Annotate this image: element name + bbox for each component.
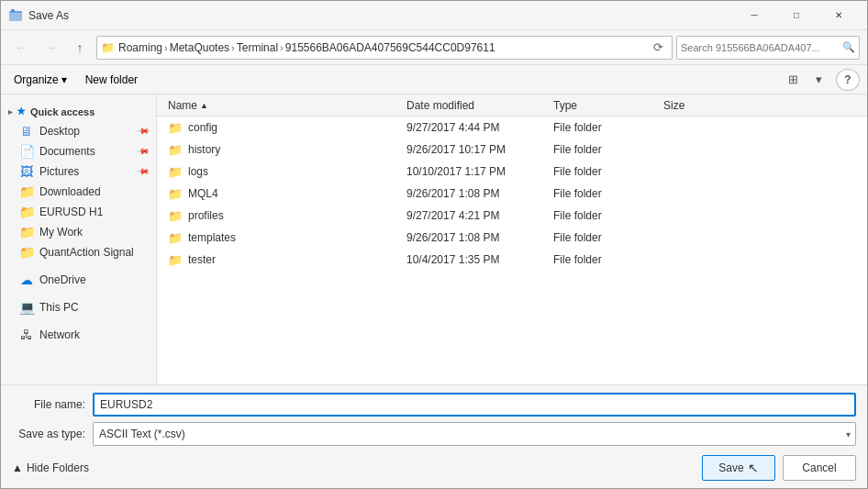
quick-access-label: Quick access	[30, 106, 95, 117]
sidebar-item-quantaction[interactable]: 📁 QuantAction Signal	[1, 242, 156, 262]
onedrive-icon: ☁	[19, 272, 34, 287]
back-button[interactable]: ←	[8, 36, 34, 60]
refresh-button[interactable]: ⟳	[648, 38, 668, 58]
sidebar-item-mywork[interactable]: 📁 My Work	[1, 222, 156, 242]
table-row[interactable]: 📁 logs 10/10/2017 1:17 PM File folder	[157, 161, 867, 183]
col-header-date[interactable]: Date modified	[403, 94, 550, 116]
col-name-label: Name	[168, 99, 197, 112]
organize-chevron-icon: ▾	[61, 73, 67, 86]
saveastype-row: Save as type: ASCII Text (*.csv) CSV (*.…	[12, 422, 856, 446]
sidebar-separator-3	[1, 317, 156, 325]
sidebar-separator-2	[1, 290, 156, 297]
folder-icon: 📁	[168, 209, 183, 223]
sidebar-item-pictures[interactable]: 🖼 Pictures 📌	[1, 161, 156, 182]
folder-icon: 📁	[168, 165, 183, 179]
view-dropdown-button[interactable]: ▾	[807, 69, 830, 91]
breadcrumb-guid: 915566BA06ADA407569C544CC0D97611	[285, 41, 495, 54]
breadcrumb-terminal: Terminal	[237, 41, 278, 54]
file-type-cell: File folder	[550, 253, 660, 266]
sidebar-documents-label: Documents	[39, 145, 95, 158]
breadcrumb-metaquotes: MetaQuotes	[170, 41, 229, 54]
sidebar-item-downloaded[interactable]: 📁 Downloaded	[1, 182, 156, 202]
forward-button[interactable]: →	[38, 36, 63, 60]
file-type-cell: File folder	[550, 143, 660, 156]
file-date-cell: 10/10/2017 1:17 PM	[403, 165, 550, 178]
col-header-size[interactable]: Size	[660, 94, 733, 116]
sidebar-pictures-label: Pictures	[39, 165, 79, 178]
cancel-button[interactable]: Cancel	[783, 455, 856, 481]
sidebar-item-desktop[interactable]: 🖥 Desktop 📌	[1, 121, 156, 141]
save-label: Save	[718, 461, 743, 474]
new-folder-button[interactable]: New folder	[80, 69, 143, 91]
saveastype-wrapper: ASCII Text (*.csv) CSV (*.csv) All Files…	[93, 422, 856, 446]
table-row[interactable]: 📁 config 9/27/2017 4:44 PM File folder	[157, 117, 867, 139]
hide-folders-link[interactable]: ▲ Hide Folders	[12, 458, 89, 474]
sidebar-item-documents[interactable]: 📄 Documents 📌	[1, 141, 156, 161]
table-row[interactable]: 📁 tester 10/4/2017 1:35 PM File folder	[157, 249, 867, 271]
filename-input[interactable]	[93, 393, 856, 417]
saveastype-select[interactable]: ASCII Text (*.csv) CSV (*.csv) All Files…	[93, 422, 856, 446]
sidebar-separator-1	[1, 262, 156, 270]
sidebar-downloaded-label: Downloaded	[39, 185, 101, 198]
table-row[interactable]: 📁 templates 9/26/2017 1:08 PM File folde…	[157, 227, 867, 249]
hide-folders-chevron-icon: ▲	[12, 461, 23, 474]
table-row[interactable]: 📁 profiles 9/27/2017 4:21 PM File folder	[157, 205, 867, 227]
search-icon: 🔍	[842, 41, 855, 53]
sidebar-quantaction-label: QuantAction Signal	[39, 246, 134, 259]
sidebar-item-onedrive[interactable]: ☁ OneDrive	[1, 270, 156, 290]
view-controls: ⊞ ▾ ?	[781, 69, 860, 91]
view-toggle-button[interactable]: ⊞	[781, 69, 805, 91]
folder-icon: 📁	[168, 253, 183, 267]
breadcrumb: 📁 Roaming › MetaQuotes › Terminal › 9155…	[101, 41, 648, 54]
table-row[interactable]: 📁 MQL4 9/26/2017 1:08 PM File folder	[157, 183, 867, 205]
search-box[interactable]: 🔍	[676, 36, 860, 60]
file-name-cell: logs	[188, 165, 208, 178]
sidebar-item-thispc[interactable]: 💻 This PC	[1, 297, 156, 317]
downloaded-icon: 📁	[19, 184, 34, 199]
file-name-cell: tester	[188, 253, 216, 266]
col-header-type[interactable]: Type	[550, 94, 660, 116]
window-controls: ─ □ ✕	[733, 1, 860, 30]
svg-rect-1	[9, 13, 22, 21]
file-name-cell: templates	[188, 231, 236, 244]
organize-button[interactable]: Organize ▾	[8, 69, 72, 91]
col-header-name[interactable]: Name ▲	[164, 94, 403, 116]
secondary-toolbar: Organize ▾ New folder ⊞ ▾ ?	[1, 65, 867, 94]
help-button[interactable]: ?	[836, 69, 860, 91]
file-type-cell: File folder	[550, 165, 660, 178]
sidebar-item-eurusd[interactable]: 📁 EURUSD H1	[1, 202, 156, 222]
filename-label: File name:	[12, 398, 85, 411]
table-row[interactable]: 📁 history 9/26/2017 10:17 PM File folder	[157, 139, 867, 161]
thispc-icon: 💻	[19, 300, 34, 315]
svg-rect-2	[11, 9, 15, 12]
sidebar-item-network[interactable]: 🖧 Network	[1, 325, 156, 345]
quick-access-header[interactable]: ▸ ★ Quick access	[1, 102, 156, 121]
sidebar-thispc-label: This PC	[39, 301, 79, 314]
save-cursor-icon: ↖	[748, 461, 759, 475]
breadcrumb-folder-icon: 📁	[101, 41, 115, 54]
sidebar-network-label: Network	[39, 328, 80, 341]
file-date-cell: 9/26/2017 10:17 PM	[403, 143, 550, 156]
up-button[interactable]: ↑	[67, 36, 93, 60]
sidebar-eurusd-label: EURUSD H1	[39, 206, 103, 218]
file-date-cell: 9/26/2017 1:08 PM	[403, 187, 550, 200]
file-name-cell: history	[188, 143, 220, 156]
sidebar-onedrive-label: OneDrive	[39, 273, 86, 286]
pin-icon-docs: 📌	[137, 145, 150, 159]
file-list-body: 📁 config 9/27/2017 4:44 PM File folder 📁…	[157, 117, 867, 384]
pin-icon: 📌	[137, 125, 150, 139]
file-name-cell: profiles	[188, 209, 224, 222]
address-bar[interactable]: 📁 Roaming › MetaQuotes › Terminal › 9155…	[96, 36, 673, 60]
maximize-button[interactable]: □	[775, 1, 818, 30]
minimize-button[interactable]: ─	[733, 1, 775, 30]
file-list: Name ▲ Date modified Type Size 📁 config	[157, 94, 867, 384]
dialog-title: Save As	[28, 9, 733, 22]
network-icon: 🖧	[19, 328, 34, 342]
save-button[interactable]: Save ↖	[702, 455, 775, 481]
quantaction-icon: 📁	[19, 245, 34, 260]
search-input[interactable]	[681, 42, 842, 53]
close-button[interactable]: ✕	[818, 1, 860, 30]
desktop-icon: 🖥	[19, 124, 34, 139]
file-list-header: Name ▲ Date modified Type Size	[157, 94, 867, 117]
quick-access-star-icon: ★	[17, 106, 26, 117]
